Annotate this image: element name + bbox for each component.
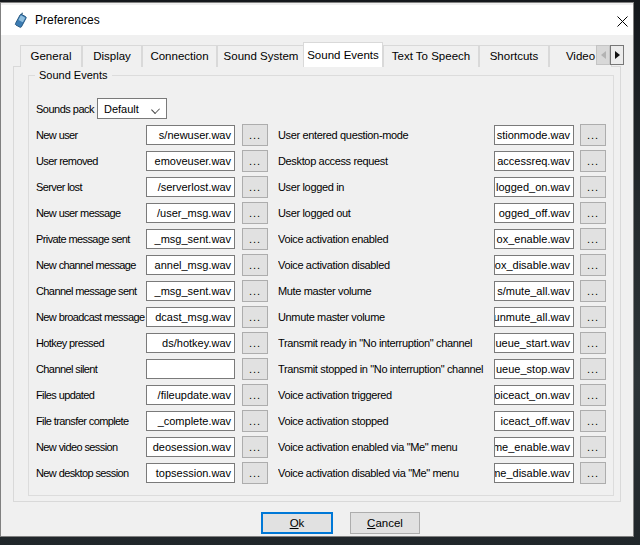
browse-button[interactable]: ... (580, 176, 606, 198)
sound-event-row: Voice activation enabledox_enable.wav... (278, 226, 610, 252)
sound-file-input[interactable]: accessreq.wav (494, 151, 574, 171)
tab-general[interactable]: General (20, 45, 82, 67)
sound-event-label: Private message sent (36, 233, 146, 245)
sound-file-input[interactable]: oiceact_on.wav (494, 385, 574, 405)
sound-file-input[interactable]: ox_disable.wav (494, 255, 574, 275)
browse-button[interactable]: ... (580, 358, 606, 380)
sound-event-label: File transfer complete (36, 415, 146, 427)
sound-event-label: Server lost (36, 181, 146, 193)
right-arrow-icon (615, 51, 620, 59)
sound-event-row: New user message/user_msg.wav... (36, 200, 272, 226)
sound-event-label: New user message (36, 207, 146, 219)
browse-button[interactable]: ... (242, 254, 268, 276)
sound-event-row: Desktop access requestaccessreq.wav... (278, 148, 610, 174)
browse-button[interactable]: ... (242, 332, 268, 354)
browse-button[interactable]: ... (580, 254, 606, 276)
sound-event-label: Unmute master volume (278, 311, 494, 323)
sound-file-input[interactable]: ox_enable.wav (494, 229, 574, 249)
browse-button[interactable]: ... (580, 124, 606, 146)
sound-event-label: Channel message sent (36, 285, 146, 297)
tab-scroll-left-button[interactable] (596, 45, 610, 65)
browse-button[interactable]: ... (242, 436, 268, 458)
browse-button[interactable]: ... (242, 384, 268, 406)
sound-event-row: Unmute master volumeunmute_all.wav... (278, 304, 610, 330)
sound-file-input[interactable]: iceact_off.wav (494, 411, 574, 431)
sound-file-input[interactable]: s/mute_all.wav (494, 281, 574, 301)
sound-event-row: File transfer complete_complete.wav... (36, 408, 272, 434)
sound-file-input[interactable]: unmute_all.wav (494, 307, 574, 327)
sound-event-label: New desktop session (36, 467, 146, 479)
ok-button[interactable]: Ok (261, 512, 333, 534)
sound-event-row: New broadcast messagedcast_msg.wav... (36, 304, 272, 330)
sound-file-input[interactable] (146, 359, 235, 379)
sound-file-input[interactable]: ds/hotkey.wav (146, 333, 235, 353)
sound-event-row: User logged inlogged_on.wav... (278, 174, 610, 200)
sound-event-label: Files updated (36, 389, 146, 401)
browse-button[interactable]: ... (242, 410, 268, 432)
tab-sound-events[interactable]: Sound Events (303, 42, 383, 67)
tab-scroll-right-button[interactable] (610, 45, 624, 65)
browse-button[interactable]: ... (242, 150, 268, 172)
sound-file-input[interactable]: me_enable.wav (494, 437, 574, 457)
tab-text-to-speech[interactable]: Text To Speech (383, 45, 479, 67)
sounds-pack-value: Default (104, 103, 139, 115)
browse-button[interactable]: ... (580, 306, 606, 328)
sound-event-label: Transmit ready in "No interruption" chan… (278, 337, 494, 349)
sound-event-row: Mute master volumes/mute_all.wav... (278, 278, 610, 304)
sound-event-label: Voice activation disabled (278, 259, 494, 271)
sound-event-label: Transmit stopped in "No interruption" ch… (278, 363, 494, 375)
cancel-button[interactable]: Cancel (350, 512, 420, 534)
sound-event-label: Hotkey pressed (36, 337, 146, 349)
sound-file-input[interactable]: annel_msg.wav (146, 255, 235, 275)
tab-connection[interactable]: Connection (142, 45, 217, 67)
browse-button[interactable]: ... (242, 280, 268, 302)
close-icon[interactable] (610, 11, 634, 31)
sound-event-row: User entered question-modestionmode.wav.… (278, 122, 610, 148)
browse-button[interactable]: ... (580, 410, 606, 432)
sound-file-input[interactable]: topsession.wav (146, 463, 235, 483)
sound-file-input[interactable]: /serverlost.wav (146, 177, 235, 197)
titlebar: Preferences (1, 5, 633, 35)
sound-event-label: Desktop access request (278, 155, 494, 167)
sound-file-input[interactable]: me_disable.wav (494, 463, 574, 483)
browse-button[interactable]: ... (242, 176, 268, 198)
sound-file-input[interactable]: deosession.wav (146, 437, 235, 457)
browse-button[interactable]: ... (580, 202, 606, 224)
browse-button[interactable]: ... (242, 306, 268, 328)
tab-display[interactable]: Display (82, 45, 142, 67)
sound-file-input[interactable]: ogged_off.wav (494, 203, 574, 223)
sound-file-input[interactable]: ueue_start.wav (494, 333, 574, 353)
sound-file-input[interactable]: stionmode.wav (494, 125, 574, 145)
sound-file-input[interactable]: ueue_stop.wav (494, 359, 574, 379)
browse-button[interactable]: ... (580, 332, 606, 354)
browse-button[interactable]: ... (242, 358, 268, 380)
sound-file-input[interactable]: dcast_msg.wav (146, 307, 235, 327)
browse-button[interactable]: ... (580, 462, 606, 484)
sound-file-input[interactable]: _msg_sent.wav (146, 281, 235, 301)
tab-sound-system[interactable]: Sound System (217, 45, 305, 67)
browse-button[interactable]: ... (580, 384, 606, 406)
sound-event-label: Channel silent (36, 363, 146, 375)
sound-file-input[interactable]: s/newuser.wav (146, 125, 235, 145)
sound-event-label: New channel message (36, 259, 146, 271)
browse-button[interactable]: ... (242, 124, 268, 146)
browse-button[interactable]: ... (580, 228, 606, 250)
browse-button[interactable]: ... (580, 436, 606, 458)
sound-event-row: New desktop sessiontopsession.wav... (36, 460, 272, 486)
sound-file-input[interactable]: logged_on.wav (494, 177, 574, 197)
browse-button[interactable]: ... (242, 228, 268, 250)
tab-shortcuts[interactable]: Shortcuts (479, 45, 549, 67)
sound-file-input[interactable]: _complete.wav (146, 411, 235, 431)
sound-event-row: Transmit ready in "No interruption" chan… (278, 330, 610, 356)
sound-event-row: Channel message sent_msg_sent.wav... (36, 278, 272, 304)
browse-button[interactable]: ... (242, 202, 268, 224)
browse-button[interactable]: ... (580, 280, 606, 302)
sound-file-input[interactable]: /user_msg.wav (146, 203, 235, 223)
sound-file-input[interactable]: _msg_sent.wav (146, 229, 235, 249)
sound-event-row: Voice activation disabledox_disable.wav.… (278, 252, 610, 278)
browse-button[interactable]: ... (242, 462, 268, 484)
sound-file-input[interactable]: emoveuser.wav (146, 151, 235, 171)
sound-file-input[interactable]: /fileupdate.wav (146, 385, 235, 405)
sounds-pack-dropdown[interactable]: Default (97, 98, 167, 119)
browse-button[interactable]: ... (580, 150, 606, 172)
